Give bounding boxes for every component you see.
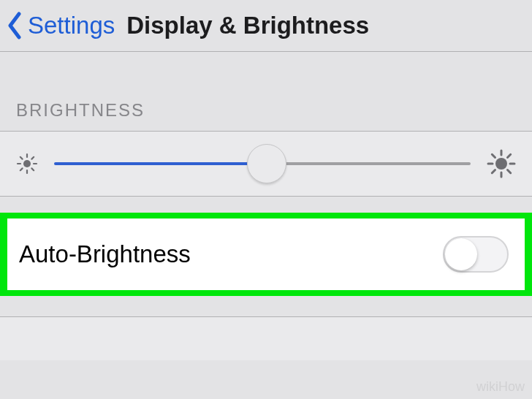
- back-button[interactable]: Settings: [28, 12, 115, 39]
- auto-brightness-label: Auto-Brightness: [19, 240, 191, 268]
- chevron-left-icon[interactable]: [6, 12, 22, 39]
- svg-line-16: [508, 154, 511, 157]
- svg-line-17: [492, 170, 495, 173]
- watermark: wikiHow: [476, 379, 525, 395]
- brightness-low-icon: [16, 153, 38, 175]
- svg-line-7: [31, 157, 34, 159]
- svg-point-0: [23, 160, 31, 167]
- svg-line-14: [492, 154, 495, 157]
- slider-thumb[interactable]: [247, 144, 286, 183]
- svg-point-9: [495, 158, 507, 170]
- svg-line-8: [20, 168, 23, 170]
- svg-line-6: [31, 168, 34, 170]
- nav-header: Settings Display & Brightness: [0, 0, 532, 52]
- next-row: [0, 316, 532, 360]
- auto-brightness-row: Auto-Brightness: [7, 218, 525, 290]
- spacer: [0, 52, 532, 91]
- brightness-slider-row: [0, 131, 532, 197]
- page-title: Display & Brightness: [126, 12, 369, 39]
- brightness-high-icon: [487, 149, 516, 178]
- brightness-slider[interactable]: [54, 162, 471, 165]
- auto-brightness-toggle[interactable]: [443, 236, 509, 273]
- toggle-knob: [445, 238, 477, 270]
- svg-line-5: [20, 157, 23, 159]
- highlighted-row: Auto-Brightness: [0, 213, 532, 296]
- section-header-brightness: BRIGHTNESS: [0, 91, 532, 131]
- svg-line-15: [508, 170, 511, 173]
